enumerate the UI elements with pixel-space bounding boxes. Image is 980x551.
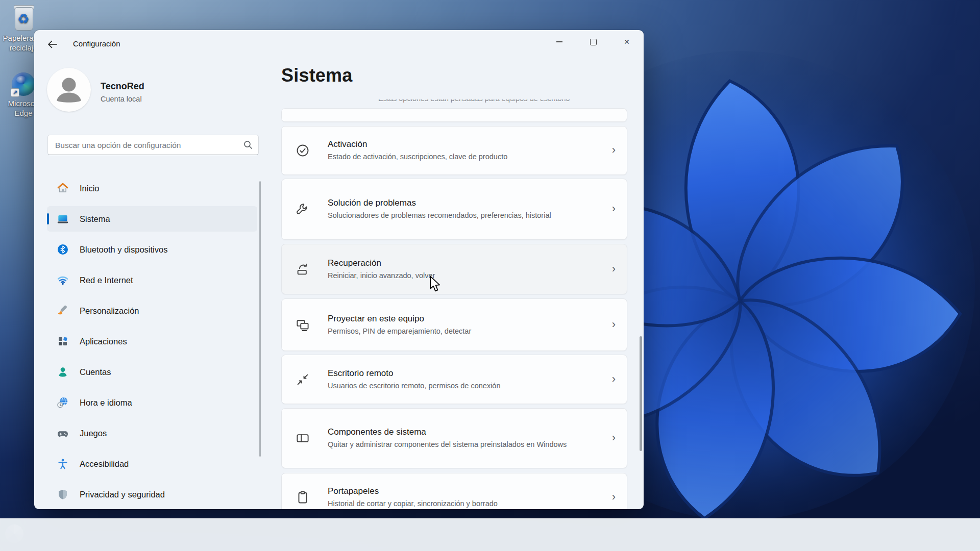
minimize-button[interactable] — [543, 30, 576, 54]
settings-list-viewport: Estas opciones están pensadas para equip… — [281, 99, 628, 509]
settings-window: Configuración ✕ TecnoRed Cuenta local — [34, 30, 644, 509]
chevron-right-icon: › — [612, 431, 616, 444]
sidebar-item-juegos[interactable]: Juegos — [47, 420, 257, 446]
minimize-icon — [556, 41, 562, 42]
mouse-cursor — [429, 276, 442, 293]
sidebar-item-hora-idioma[interactable]: Hora e idioma — [47, 390, 257, 415]
card-proyectar[interactable]: Proyectar en este equipo Permisos, PIN d… — [281, 298, 627, 351]
maximize-icon — [590, 39, 597, 45]
settings-search-input[interactable] — [54, 135, 240, 156]
home-icon — [56, 182, 69, 195]
settings-search[interactable] — [47, 135, 259, 155]
chevron-right-icon: › — [612, 262, 616, 276]
wifi-icon — [56, 273, 69, 287]
recovery-icon — [295, 262, 310, 277]
apps-icon — [56, 335, 69, 348]
clipboard-icon — [295, 490, 310, 505]
accounts-icon — [56, 365, 69, 379]
truncated-card[interactable] — [281, 108, 627, 122]
search-icon — [243, 140, 253, 149]
chevron-right-icon: › — [612, 372, 616, 386]
page-title: Sistema — [281, 65, 352, 86]
back-button[interactable] — [43, 37, 61, 52]
card-recuperacion[interactable]: Recuperación Reiniciar, inicio avanzado,… — [281, 244, 627, 294]
remote-desktop-icon — [295, 372, 310, 387]
system-icon — [56, 212, 69, 226]
accessibility-icon — [56, 457, 69, 470]
card-solucion-problemas[interactable]: Solución de problemas Solucionadores de … — [281, 179, 627, 240]
truncated-text: Estas opciones están pensadas para equip… — [378, 99, 570, 107]
content-scrollbar[interactable] — [640, 336, 642, 451]
sidebar-item-sistema[interactable]: Sistema — [47, 206, 257, 232]
bluetooth-icon — [56, 243, 69, 256]
system-components-icon — [295, 431, 310, 446]
sidebar-item-privacidad[interactable]: Privacidad y seguridad — [47, 482, 257, 507]
back-arrow-icon — [47, 40, 57, 48]
card-escritorio-remoto[interactable]: Escritorio remoto Usuarios de escritorio… — [281, 355, 627, 404]
sidebar-item-cuentas[interactable]: Cuentas — [47, 359, 257, 385]
chevron-right-icon: › — [612, 143, 616, 157]
sidebar-nav: Inicio Sistema Bluetooth y dispositivos … — [47, 176, 257, 509]
taskbar: Buscar — [0, 518, 980, 551]
titlebar: Configuración ✕ — [34, 30, 644, 57]
globe-clock-icon — [56, 396, 69, 409]
recycle-bin-icon: ♻ — [14, 4, 33, 31]
chevron-right-icon: › — [612, 318, 616, 331]
card-activacion[interactable]: Activación Estado de activación, suscrip… — [281, 126, 627, 175]
edge-icon: ↗ — [12, 72, 35, 96]
user-avatar[interactable] — [47, 68, 91, 112]
person-icon — [47, 68, 91, 112]
close-icon: ✕ — [624, 38, 630, 45]
activation-icon — [295, 143, 310, 158]
chevron-right-icon: › — [612, 490, 616, 504]
wrench-icon — [295, 202, 310, 217]
chevron-right-icon: › — [612, 202, 616, 215]
shield-icon — [56, 488, 69, 501]
shortcut-arrow-icon: ↗ — [11, 88, 19, 97]
desktop: ♻ Papelera de reciclaje ↗ Microsoft Edge… — [0, 0, 980, 551]
gamepad-icon — [56, 427, 69, 440]
sidebar-item-red[interactable]: Red e Internet — [47, 267, 257, 293]
project-screens-icon — [295, 317, 310, 333]
card-portapapeles[interactable]: Portapapeles Historial de cortar y copia… — [281, 473, 627, 509]
user-name: TecnoRed — [101, 81, 144, 92]
sidebar-item-bluetooth[interactable]: Bluetooth y dispositivos — [47, 237, 257, 262]
close-button[interactable]: ✕ — [610, 30, 644, 54]
card-componentes-sistema[interactable]: Componentes de sistema Quitar y administ… — [281, 408, 627, 468]
brush-icon — [56, 304, 69, 317]
sidebar-item-inicio[interactable]: Inicio — [47, 176, 257, 201]
sidebar-item-personalizacion[interactable]: Personalización — [47, 298, 257, 323]
user-account-type: Cuenta local — [101, 95, 142, 103]
window-title: Configuración — [73, 39, 120, 48]
sidebar-scrollbar[interactable] — [259, 181, 261, 457]
sidebar-item-aplicaciones[interactable]: Aplicaciones — [47, 329, 257, 354]
sidebar-item-accesibilidad[interactable]: Accesibilidad — [47, 451, 257, 477]
maximize-button[interactable] — [576, 30, 610, 54]
